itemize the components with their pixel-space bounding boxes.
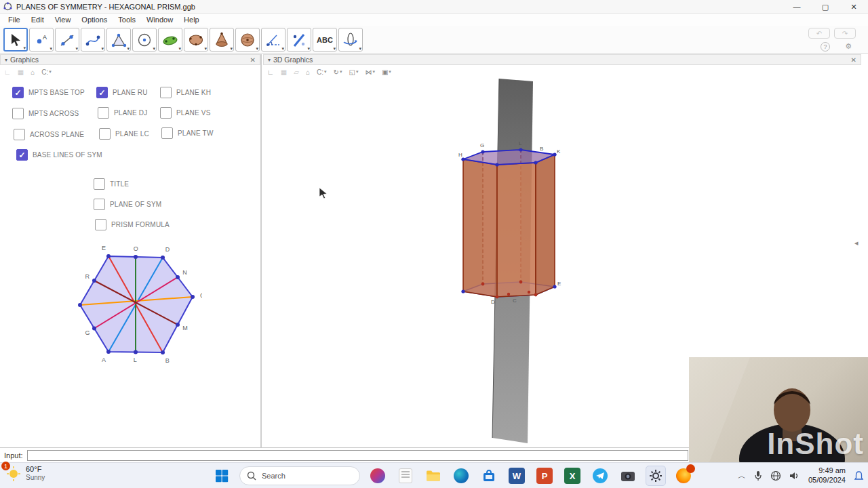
point-tool-button[interactable]: A ▾ <box>29 28 54 52</box>
undo-button[interactable]: ↶ <box>808 28 830 39</box>
hexagon-symmetry-figure[interactable]: EDCBAFONMLGR <box>73 241 202 367</box>
home-view-icon[interactable]: ⌂ <box>31 68 35 76</box>
view-direction-dropdown[interactable]: ◱▾ <box>349 68 358 76</box>
grid-toggle-icon[interactable]: ▦ <box>281 68 287 76</box>
checkbox-title[interactable] <box>94 178 105 190</box>
menu-edit[interactable]: Edit <box>26 14 50 25</box>
curve-tool-button[interactable]: ▾ <box>81 28 105 52</box>
cone-tool-button[interactable]: ▾ <box>210 28 234 52</box>
microphone-icon[interactable] <box>754 470 762 481</box>
home-view-icon[interactable]: ⌂ <box>306 68 310 76</box>
menu-view[interactable]: View <box>50 14 77 25</box>
checkbox-plane-dj[interactable] <box>98 107 109 119</box>
panel-menu-arrow-icon[interactable]: ▾ <box>5 57 7 63</box>
graphics-panel-header[interactable]: ▾ Graphics ✕ <box>0 54 260 65</box>
clipping-dropdown[interactable]: ⋈▾ <box>365 68 375 76</box>
checkbox-mpts-base-top[interactable] <box>12 87 24 98</box>
point-capture-dropdown[interactable]: C:▾ <box>317 68 327 76</box>
line-tool-button[interactable]: ▾ <box>55 28 79 52</box>
checkbox-plane-tw[interactable] <box>161 127 173 139</box>
panel-menu-arrow-icon[interactable]: ▾ <box>268 57 271 63</box>
checkbox-label: PLANE RU <box>113 89 148 96</box>
checkbox-label: PLANE LC <box>115 130 149 138</box>
axes-toggle-icon[interactable]: ∟ <box>4 68 11 76</box>
start-button[interactable] <box>212 466 232 486</box>
algebra-input-field[interactable] <box>27 450 688 461</box>
firefox-icon[interactable] <box>673 466 694 486</box>
menu-options[interactable]: Options <box>76 14 113 25</box>
notification-bell-icon[interactable] <box>854 470 864 481</box>
checkbox-label: PLANE KH <box>176 89 211 96</box>
point-capture-dropdown[interactable]: C:▾ <box>41 68 52 76</box>
polygon-tool-button[interactable]: ▾ <box>106 28 131 52</box>
app-window: PLANES OF SYMMETRY - HEXAGONAL PRISM.ggb… <box>0 0 868 488</box>
hexagonal-prism[interactable]: H G L B K D C E <box>458 140 561 305</box>
title-bar: PLANES OF SYMMETRY - HEXAGONAL PRISM.ggb… <box>0 0 868 14</box>
panel-collapse-arrow-icon[interactable]: ◂ <box>854 239 859 247</box>
tray-chevron-up-icon[interactable]: ︿ <box>738 470 746 482</box>
checkbox-prism-formula[interactable] <box>95 219 106 230</box>
graphics-3d-panel-header[interactable]: ▾ 3D Graphics ✕ <box>263 54 861 65</box>
checkbox-base-lines-of-sym[interactable] <box>16 149 28 161</box>
plane-tool-button[interactable]: ▾ <box>158 28 182 52</box>
telegram-icon[interactable] <box>590 466 610 486</box>
copilot-icon[interactable] <box>368 466 388 486</box>
circle-tool-button[interactable]: ▾ <box>132 28 157 52</box>
help-icon[interactable]: ? <box>821 42 830 52</box>
svg-text:R: R <box>85 273 90 280</box>
powerpoint-icon[interactable]: P <box>534 466 555 486</box>
redo-button[interactable]: ↷ <box>834 28 856 39</box>
checkbox-plane-ru[interactable] <box>96 87 108 98</box>
graphics-panel-close-icon[interactable]: ✕ <box>250 56 256 64</box>
edge-browser-icon[interactable] <box>451 466 471 486</box>
maximize-button[interactable]: ▢ <box>811 0 840 14</box>
plane-toggle-icon[interactable]: ▱ <box>294 68 299 76</box>
minimize-button[interactable]: — <box>783 0 811 14</box>
tray-time: 9:49 am <box>808 466 846 476</box>
checkbox-plane-of-sym[interactable] <box>94 199 105 210</box>
close-button[interactable]: ✕ <box>840 0 868 14</box>
paper-plane-icon <box>593 468 608 483</box>
camera-app-icon[interactable] <box>618 466 638 486</box>
word-icon[interactable]: W <box>507 466 527 486</box>
reflect-tool-button[interactable]: ▾ <box>287 28 311 52</box>
store-icon[interactable] <box>479 466 499 486</box>
graphics-3d-panel-close-icon[interactable]: ✕ <box>851 56 856 64</box>
checkbox-mpts-across[interactable] <box>12 108 24 119</box>
grid-toggle-icon[interactable]: ▦ <box>18 68 24 76</box>
excel-icon[interactable]: X <box>562 466 583 486</box>
tray-clock[interactable]: 9:49 am 05/09/2024 <box>808 466 846 485</box>
axes-toggle-icon[interactable]: ∟ <box>267 68 274 76</box>
sphere-tool-button[interactable]: ▾ <box>235 28 260 52</box>
mouse-cursor <box>319 187 330 199</box>
weather-widget[interactable]: 1 60°F Sunny <box>5 465 45 481</box>
checkbox-plane-lc[interactable] <box>99 128 111 140</box>
menu-file[interactable]: File <box>3 14 26 25</box>
menu-window[interactable]: Window <box>141 14 178 25</box>
move-cursor-icon <box>7 32 24 48</box>
text-tool-button[interactable]: ABC ▾ <box>313 28 337 52</box>
prism-vertex-label: E <box>557 281 561 287</box>
menu-help[interactable]: Help <box>178 14 205 25</box>
checkbox-plane-kh[interactable] <box>160 87 172 98</box>
graphics-style-bar: ∟ ▦ ⌂ C:▾ <box>4 66 52 77</box>
svg-text:L: L <box>134 357 137 363</box>
rotate-view-tool-button[interactable]: ▾ <box>338 28 363 52</box>
volume-icon[interactable] <box>789 471 800 481</box>
rotate-view-icon[interactable]: ↻▾ <box>334 68 342 76</box>
projection-dropdown[interactable]: ▣▾ <box>382 68 391 76</box>
network-globe-icon[interactable] <box>770 470 781 481</box>
widgets-icon[interactable] <box>395 466 416 486</box>
checkbox-plane-vs[interactable] <box>160 107 172 119</box>
menu-tools[interactable]: Tools <box>113 14 141 25</box>
conic-tool-button[interactable]: ▾ <box>184 28 208 52</box>
file-explorer-icon[interactable] <box>423 466 443 486</box>
settings-app-icon[interactable] <box>646 466 666 486</box>
checkbox-across-plane[interactable] <box>14 129 25 140</box>
gear-icon[interactable]: ⚙ <box>845 42 852 52</box>
svg-text:A: A <box>102 357 106 363</box>
graphics-panel-title: Graphics <box>10 56 39 64</box>
measure-tool-button[interactable]: ▾ <box>261 28 285 52</box>
move-tool-button[interactable]: ▾ <box>3 28 28 52</box>
taskbar-search[interactable]: Search <box>239 466 360 485</box>
